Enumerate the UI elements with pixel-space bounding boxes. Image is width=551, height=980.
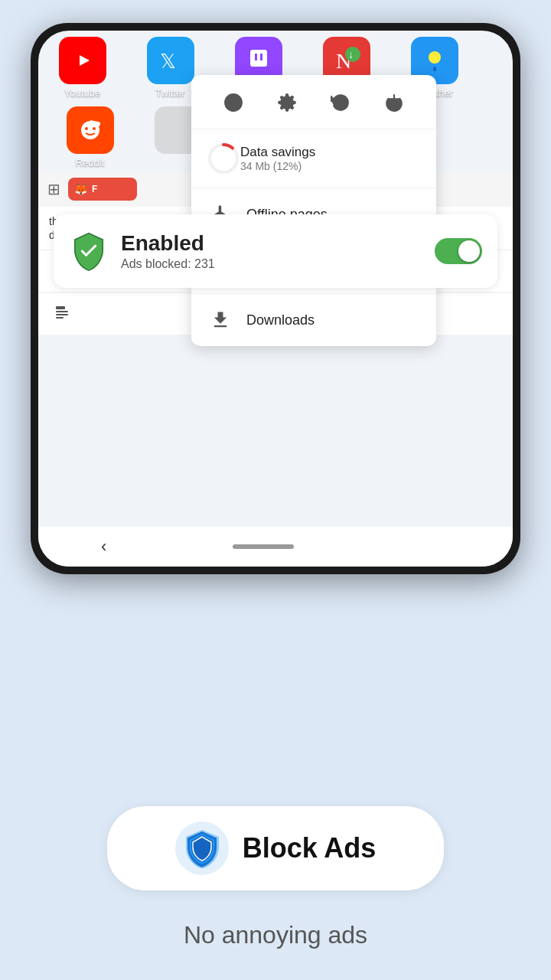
phone-screen: Youtube 𝕏 Twitter [38,31,513,567]
dropdown-menu: Data savings 34 Mb (12%) Offline pages [191,75,436,346]
svg-rect-17 [56,306,65,309]
reddit-icon-box [67,106,114,154]
data-savings-subtitle: 34 Mb (12%) [240,160,315,172]
data-savings-row[interactable]: Data savings 34 Mb (12%) [191,129,436,188]
document-icon [49,301,75,327]
blue-shield-icon [184,828,220,868]
history-button[interactable] [325,87,356,118]
reddit-label: Reddit [76,157,105,168]
svg-rect-18 [56,311,68,312]
enabled-banner: Enabled Ads blocked: 231 [54,214,497,288]
download-icon [207,306,234,334]
back-button[interactable]: ‹ [101,537,106,557]
phone-frame: Youtube 𝕏 Twitter [31,23,520,574]
firefox-partial-label: F [92,184,97,194]
data-savings-text: Data savings 34 Mb (12%) [240,145,315,172]
twitter-label: Twitter [155,87,184,99]
block-ads-title: Block Ads [243,832,377,864]
settings-button[interactable] [272,87,302,118]
enable-toggle[interactable] [435,238,482,264]
no-tracking-button[interactable] [218,87,249,118]
nav-bar: ‹ [38,527,513,567]
svg-point-14 [93,127,96,130]
no-ads-subtitle: No annoying ads [184,921,367,949]
page-content: Youtube 𝕏 Twitter [38,31,513,567]
youtube-label: Youtube [64,87,100,99]
downloads-label: Downloads [246,312,315,328]
downloads-item[interactable]: Downloads [191,294,436,346]
toggle-knob [458,240,480,262]
home-pill[interactable] [233,544,294,549]
svg-rect-5 [260,54,262,60]
bottom-section: Block Ads No annoying ads [0,760,551,980]
app-icon-reddit[interactable]: Reddit [46,106,134,168]
svg-point-9 [429,51,441,64]
data-savings-title: Data savings [240,145,315,160]
block-ads-card[interactable]: Block Ads [107,806,444,890]
block-ads-shield [175,822,229,875]
firefox-item[interactable]: 🦊 F [68,178,137,201]
power-button[interactable] [379,87,409,118]
dropdown-toolbar [191,75,436,129]
twitter-icon-box: 𝕏 [147,37,194,84]
youtube-icon-box [59,37,106,84]
firefox-icon: 🦊 [74,183,87,195]
svg-text:𝕏: 𝕏 [160,50,176,73]
enabled-text-block: Enabled Ads blocked: 231 [121,231,435,271]
svg-rect-19 [56,314,68,315]
svg-text:↓: ↓ [348,48,354,60]
svg-rect-4 [255,54,257,60]
data-savings-progress [207,142,240,175]
svg-rect-10 [433,67,436,71]
enabled-title: Enabled [121,231,435,256]
svg-rect-20 [56,317,64,318]
ads-blocked-label: Ads blocked: 231 [121,257,435,271]
svg-rect-3 [250,50,267,67]
filter-icon: ⊞ [47,180,60,198]
svg-point-13 [85,127,88,130]
app-icon-youtube[interactable]: Youtube [38,37,126,99]
green-shield-icon [69,231,109,271]
